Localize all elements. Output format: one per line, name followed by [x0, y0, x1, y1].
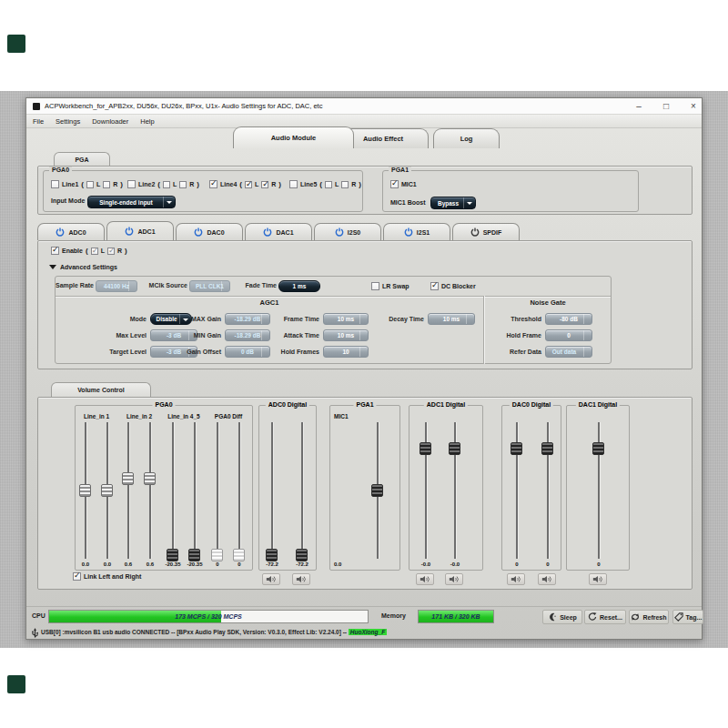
slider-track[interactable]	[301, 422, 303, 559]
mute-button[interactable]	[538, 573, 556, 585]
slider-track[interactable]	[149, 422, 151, 559]
slider-handle[interactable]	[122, 472, 134, 485]
mic1-checkbox[interactable]	[390, 180, 399, 188]
paren-open: (	[81, 180, 84, 188]
menu-item-downloader[interactable]: Downloader	[92, 117, 128, 126]
decay-time-label: Decay Time	[351, 316, 424, 322]
advanced-settings-toggle[interactable]: Advanced Settings	[49, 261, 117, 273]
slider-track[interactable]	[172, 422, 174, 559]
hold-frames-field-value: 10	[342, 349, 349, 355]
slider-label-pga0-diff: PGA0 Diff	[201, 413, 256, 420]
slider-track[interactable]	[271, 422, 273, 559]
usb-text: USB[0] :mvsilicon B1 usb audio CONNECTED…	[41, 629, 349, 635]
line4-checkbox[interactable]	[209, 180, 217, 188]
slider-track[interactable]	[238, 422, 240, 559]
target-level-label: Target Level	[74, 349, 147, 355]
mic1-boost-dropdown[interactable]: Bypass	[430, 197, 476, 209]
enable-checkbox[interactable]	[51, 247, 59, 255]
chevron-down-icon	[583, 347, 592, 357]
sleep-button[interactable]: Sleep	[542, 610, 582, 624]
device-tab-adc1[interactable]: ADC1	[106, 221, 174, 240]
input-mode-dropdown[interactable]: Single-ended input	[87, 196, 176, 208]
device-tab-i2s0[interactable]: I2S0	[314, 223, 381, 240]
hold-frame-field[interactable]: 0	[545, 329, 592, 341]
l-label: L	[96, 181, 100, 187]
menu-item-help[interactable]: Help	[140, 117, 154, 126]
device-tab-adc0[interactable]: ADC0	[37, 223, 105, 240]
slider-track[interactable]	[127, 422, 129, 559]
mute-button[interactable]	[292, 573, 310, 585]
slider-handle[interactable]	[592, 442, 604, 455]
line-row-line4: Line4(LR)	[209, 180, 281, 188]
device-tab-i2s1[interactable]: I2S1	[383, 223, 450, 240]
adc1-panel: Enable ( L R ) Advanced Settings AGC1 No…	[37, 240, 693, 369]
line2-l-checkbox[interactable]	[163, 181, 170, 188]
slider-track[interactable]	[194, 422, 196, 559]
close-button[interactable]: ×	[685, 100, 702, 112]
tab-volume-control[interactable]: Volume Control	[51, 382, 151, 397]
threshold-field[interactable]: -80 dB	[545, 313, 592, 325]
hold-frames-field[interactable]: 10	[323, 346, 369, 358]
line5-l-checkbox[interactable]	[325, 181, 332, 188]
mute-button[interactable]	[445, 573, 463, 585]
slider-handle[interactable]	[79, 484, 91, 497]
slider-handle[interactable]	[420, 442, 431, 455]
device-tab-dac1[interactable]: DAC1	[245, 223, 312, 240]
menu-item-settings[interactable]: Settings	[56, 117, 80, 126]
device-tab-spdif[interactable]: SPDIF	[452, 223, 520, 240]
tab-audio-module[interactable]: Audio Module	[233, 126, 354, 148]
slider-handle[interactable]	[296, 549, 308, 561]
tag-button[interactable]: Tag...	[672, 610, 703, 624]
mute-button[interactable]	[262, 573, 280, 585]
slider-track[interactable]	[217, 422, 218, 559]
fade-time-dropdown[interactable]: 1 ms	[278, 280, 320, 292]
volume-group-title: ADC0 Digital	[266, 401, 309, 408]
slider-handle[interactable]	[371, 484, 383, 497]
mclk-source-dropdown[interactable]: PLL CLK1	[189, 280, 230, 292]
line4-r-checkbox[interactable]	[261, 181, 268, 188]
refer-data-field[interactable]: Out data	[545, 346, 592, 358]
mute-button[interactable]	[507, 573, 525, 585]
attack-time-field[interactable]: 10 ms	[323, 329, 369, 341]
slider-handle[interactable]	[144, 472, 156, 485]
line1-checkbox[interactable]	[51, 180, 59, 188]
tab-pga[interactable]: PGA	[54, 152, 110, 166]
slider-handle[interactable]	[541, 442, 553, 455]
slider-handle[interactable]	[188, 549, 200, 561]
sample-rate-dropdown[interactable]: 44100 Hz	[96, 280, 137, 292]
line2-r-checkbox[interactable]	[179, 181, 187, 188]
line5-r-checkbox[interactable]	[341, 181, 349, 188]
cpu-label: CPU	[32, 612, 46, 619]
link-lr-checkbox[interactable]	[73, 572, 81, 581]
slider-value: 0	[224, 561, 255, 567]
refresh-button[interactable]: Refresh	[629, 610, 669, 624]
volume-group-title: DAC1 Digital	[576, 401, 620, 408]
slider-handle[interactable]	[167, 549, 178, 561]
max-level-label: Max Level	[74, 332, 147, 339]
lr-swap-checkbox[interactable]	[371, 282, 379, 290]
line4-l-checkbox[interactable]	[245, 181, 252, 188]
line1-l-checkbox[interactable]	[86, 181, 94, 188]
minimize-button[interactable]: –	[631, 100, 647, 112]
slider-handle[interactable]	[449, 442, 460, 455]
slider-handle[interactable]	[511, 442, 522, 455]
reset-button[interactable]: Reset...	[584, 610, 626, 624]
tab-log[interactable]: Log	[433, 128, 500, 148]
mute-button[interactable]	[589, 573, 607, 585]
slider-handle[interactable]	[233, 549, 245, 561]
dc-blocker-checkbox[interactable]	[430, 282, 439, 290]
enable-r-checkbox[interactable]	[107, 248, 115, 255]
menu-item-file[interactable]: File	[33, 117, 44, 126]
mute-button[interactable]	[416, 573, 434, 585]
line2-checkbox[interactable]	[127, 180, 136, 188]
line1-r-checkbox[interactable]	[103, 181, 110, 188]
slider-handle[interactable]	[211, 549, 223, 561]
refer-data-field-value: Out data	[552, 349, 576, 355]
slider-handle[interactable]	[266, 549, 278, 561]
maximize-button[interactable]: □	[658, 100, 674, 112]
enable-l-checkbox[interactable]	[91, 248, 98, 255]
slider-handle[interactable]	[101, 484, 113, 497]
line5-checkbox[interactable]	[289, 180, 298, 188]
device-tab-dac0[interactable]: DAC0	[176, 223, 243, 240]
device-tab-label: DAC1	[276, 229, 293, 236]
